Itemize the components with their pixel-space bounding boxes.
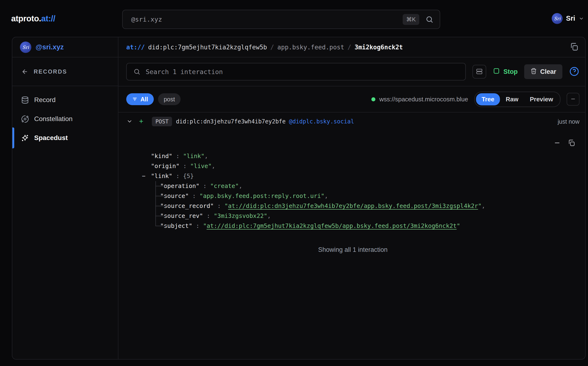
collapse-all-button[interactable] bbox=[567, 93, 580, 106]
json-value: app.bsky.feed.post:reply.root.uri bbox=[200, 192, 325, 199]
interaction-handle-link[interactable]: @didplc.bsky.social bbox=[289, 118, 354, 125]
search-icon bbox=[425, 15, 434, 23]
filter-row: All post wss://spacedust.microcosm.blue … bbox=[118, 86, 585, 113]
filter-chips: All post bbox=[126, 93, 181, 105]
collapse-interaction-button[interactable] bbox=[126, 118, 133, 125]
copy-icon bbox=[568, 139, 575, 147]
tab-tree[interactable]: Tree bbox=[476, 93, 500, 105]
json-value-link[interactable]: at://did:plc:dn3jehzu7fe3wh4ib7ey2bfe/ap… bbox=[228, 202, 478, 209]
json-value-link[interactable]: at://did:plc:7gm5ejhut7kia2kzglqfew5b/ap… bbox=[207, 222, 457, 229]
search-icon bbox=[133, 68, 141, 75]
plus-icon bbox=[138, 118, 144, 125]
chevron-down-icon bbox=[579, 16, 584, 21]
user-menu[interactable]: Sri Sri bbox=[552, 0, 584, 37]
add-filter-button[interactable] bbox=[138, 118, 144, 125]
tab-preview[interactable]: Preview bbox=[524, 93, 559, 105]
minus-icon bbox=[553, 139, 561, 147]
status-dot bbox=[371, 97, 375, 101]
json-key: subject bbox=[160, 222, 192, 229]
breadcrumb-separator: / bbox=[348, 44, 351, 51]
interaction-search-box[interactable] bbox=[126, 63, 466, 80]
json-value: link bbox=[183, 152, 204, 160]
record-card: kindlink originlive link{5} operationcre… bbox=[126, 130, 580, 231]
help-button[interactable] bbox=[569, 66, 580, 77]
global-search-input[interactable] bbox=[131, 16, 403, 23]
sidebar-item-spacedust[interactable]: Spacedust bbox=[12, 128, 118, 147]
user-name: Sri bbox=[566, 15, 575, 22]
breadcrumb-rkey: 3mi2kog6nck2t bbox=[354, 44, 403, 51]
copy-icon bbox=[570, 42, 579, 52]
back-arrow-icon bbox=[21, 68, 29, 75]
json-line: sourceapp.bsky.feed.post:reply.root.uri bbox=[151, 191, 580, 201]
interaction-search-input[interactable] bbox=[146, 68, 459, 76]
records-back-button[interactable]: RECORDS bbox=[12, 57, 118, 86]
filter-chip-post[interactable]: post bbox=[158, 93, 181, 105]
json-tree: kindlink originlive link{5} operationcre… bbox=[151, 151, 580, 231]
method-badge: POST bbox=[152, 117, 172, 126]
json-line: operationcreate bbox=[151, 181, 580, 191]
main-card: Sri @sri.xyz RECORDS Record Constellatio… bbox=[12, 37, 586, 360]
account-handle: @sri.xyz bbox=[36, 43, 64, 51]
json-key: kind bbox=[151, 152, 172, 160]
keyboard-shortcut-badge: ⌘K bbox=[403, 14, 419, 25]
sidebar-item-record[interactable]: Record bbox=[12, 91, 118, 109]
database-icon bbox=[21, 96, 29, 104]
clear-button[interactable]: Clear bbox=[524, 64, 562, 79]
logo-protocol: at:// bbox=[41, 14, 55, 23]
json-key: link bbox=[151, 173, 172, 179]
app-logo[interactable]: atproto.at:// bbox=[11, 0, 55, 37]
json-value: create bbox=[210, 183, 239, 189]
json-key: origin bbox=[151, 163, 179, 169]
breadcrumb-separator: / bbox=[270, 44, 274, 51]
tab-raw[interactable]: Raw bbox=[500, 93, 524, 105]
breadcrumb-protocol[interactable]: at:// bbox=[126, 44, 145, 51]
trash-icon bbox=[530, 68, 537, 76]
interaction-did: did:plc:dn3jehzu7fe3wh4ib7ey2bfe bbox=[176, 118, 286, 125]
stop-label: Stop bbox=[503, 68, 518, 76]
rows-icon bbox=[476, 68, 483, 76]
records-label: RECORDS bbox=[34, 68, 67, 75]
orbit-icon bbox=[21, 115, 29, 123]
sidebar: Sri @sri.xyz RECORDS Record Constellatio… bbox=[12, 37, 118, 359]
filter-right: wss://spacedust.microcosm.blue Tree Raw … bbox=[371, 92, 580, 107]
json-value: 3mi3zgsvobx22 bbox=[214, 213, 267, 219]
clear-label: Clear bbox=[540, 68, 556, 76]
json-line: link{5} bbox=[151, 171, 580, 181]
json-key: operation bbox=[160, 183, 200, 189]
json-key: source bbox=[160, 192, 189, 199]
sidebar-item-label: Record bbox=[34, 96, 55, 104]
minus-icon bbox=[570, 96, 576, 103]
help-icon bbox=[569, 66, 580, 77]
sparkles-icon bbox=[21, 134, 29, 142]
filter-chip-all[interactable]: All bbox=[126, 93, 154, 105]
json-line: source_rev3mi3zgsvobx22 bbox=[151, 211, 580, 221]
connection-status: wss://spacedust.microcosm.blue bbox=[371, 96, 468, 103]
sidebar-account[interactable]: Sri @sri.xyz bbox=[12, 37, 118, 57]
copy-uri-button[interactable] bbox=[570, 42, 579, 52]
filter-icon bbox=[132, 96, 138, 102]
sidebar-item-constellation[interactable]: Constellation bbox=[12, 109, 118, 128]
topbar: atproto.at:// ⌘K Sri Sri bbox=[0, 0, 588, 37]
breadcrumb-collection[interactable]: app.bsky.feed.post bbox=[277, 44, 344, 51]
avatar: Sri bbox=[552, 13, 563, 24]
account-avatar: Sri bbox=[20, 42, 31, 53]
timestamp: just now bbox=[558, 118, 580, 125]
minimize-record-button[interactable] bbox=[553, 139, 561, 147]
filter-chip-label: All bbox=[141, 96, 148, 103]
logo-brand: atproto. bbox=[11, 14, 41, 23]
main-panel: at:// did:plc:7gm5ejhut7kia2kzglqfew5b /… bbox=[118, 37, 585, 359]
global-search-box[interactable]: ⌘K bbox=[122, 10, 440, 29]
json-line: source_recordat://did:plc:dn3jehzu7fe3wh… bbox=[151, 201, 580, 211]
breadcrumb-did[interactable]: did:plc:7gm5ejhut7kia2kzglqfew5b bbox=[148, 44, 267, 51]
collapse-node-icon[interactable] bbox=[142, 171, 145, 181]
stop-button[interactable]: Stop bbox=[493, 67, 518, 76]
density-toggle-button[interactable] bbox=[472, 65, 486, 79]
chevron-down-icon bbox=[126, 118, 133, 125]
json-line: subjectat://did:plc:7gm5ejhut7kia2kzglqf… bbox=[151, 221, 580, 231]
json-line: originlive bbox=[151, 161, 580, 171]
interaction-toolbar: Stop Clear bbox=[118, 57, 585, 86]
copy-record-button[interactable] bbox=[568, 139, 575, 147]
active-indicator bbox=[12, 128, 14, 148]
stop-square-icon bbox=[493, 67, 500, 76]
record-actions bbox=[126, 139, 580, 147]
